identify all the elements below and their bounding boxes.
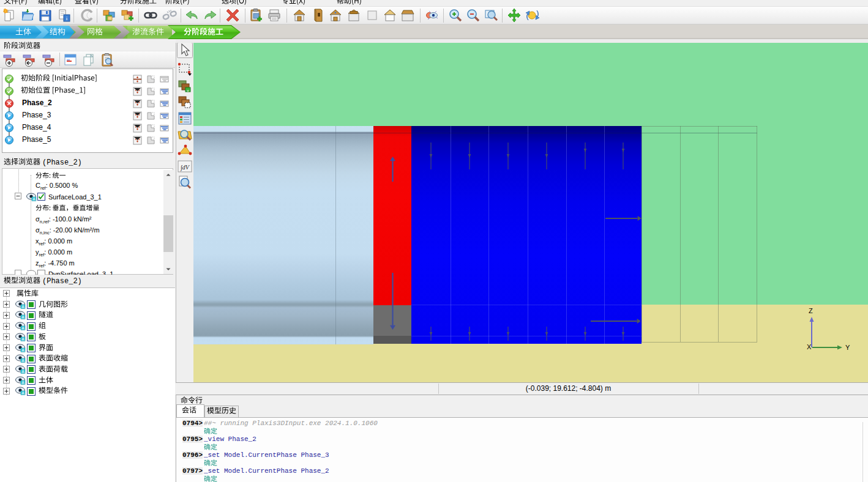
svg-text:A: A [21,348,24,352]
svg-text:A: A [21,315,24,319]
svg-text:A: A [21,337,24,341]
svg-text:A: A [21,358,24,363]
svg-text:A: A [21,326,24,330]
svg-text:A: A [21,380,24,385]
svg-text:A: A [21,305,24,309]
svg-text:A: A [32,197,36,201]
svg-text:A: A [21,391,24,395]
svg-text:A: A [21,369,24,374]
svg-text:v: v [187,89,189,92]
svg-text:∫dV: ∫dV [180,164,190,171]
